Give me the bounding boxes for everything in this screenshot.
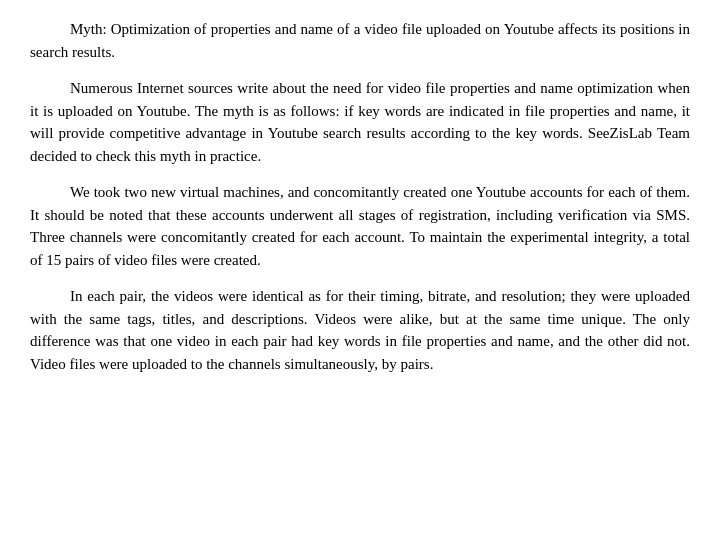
paragraph-2: Numerous Internet sources write about th… (30, 77, 690, 167)
paragraph-4: In each pair, the videos were identical … (30, 285, 690, 375)
paragraph-3: We took two new virtual machines, and co… (30, 181, 690, 271)
page-content: Myth: Optimization of properties and nam… (0, 0, 720, 540)
paragraph-1: Myth: Optimization of properties and nam… (30, 18, 690, 63)
